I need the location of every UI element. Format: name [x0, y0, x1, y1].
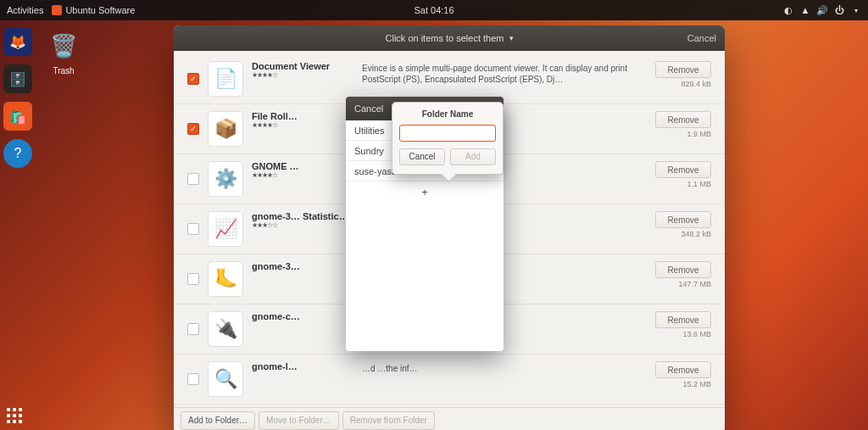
- remove-button[interactable]: Remove: [655, 261, 711, 278]
- app-rating: ★★★★☆: [252, 71, 353, 79]
- remove-button[interactable]: Remove: [655, 311, 711, 328]
- header-cancel-button[interactable]: Cancel: [687, 33, 716, 43]
- app-name: File Roll…: [252, 111, 353, 121]
- app-icon: 🦶: [208, 261, 243, 297]
- software-footer: Add to Folder… Move to Folder… Remove fr…: [174, 407, 725, 430]
- app-checkbox[interactable]: [187, 273, 199, 285]
- app-name: Document Viewer: [252, 61, 353, 71]
- chevron-down-icon[interactable]: ▾: [509, 34, 514, 42]
- popover-title: Folder Name: [399, 109, 496, 119]
- launcher-help[interactable]: ?: [3, 139, 32, 168]
- desktop-trash[interactable]: 🗑️ Trash: [38, 27, 89, 75]
- app-checkbox[interactable]: [187, 173, 199, 185]
- software-header: Click on items to select them ▾ Cancel: [174, 25, 725, 51]
- volume-icon[interactable]: 🔊: [817, 5, 827, 15]
- app-size: 348.2 kB: [681, 230, 711, 238]
- power-icon[interactable]: ⏻: [834, 5, 844, 15]
- ubuntu-software-icon: [52, 5, 62, 15]
- app-menu[interactable]: Ubuntu Software: [52, 5, 135, 15]
- popover-add-button[interactable]: Add: [450, 148, 496, 165]
- app-icon: 📈: [208, 211, 243, 247]
- launcher-software[interactable]: 🛍️: [3, 102, 32, 131]
- night-icon[interactable]: ◐: [783, 5, 793, 15]
- activities-button[interactable]: Activities: [7, 5, 43, 15]
- launcher-files[interactable]: 🗄️: [3, 64, 32, 93]
- app-description: …d …the inf…: [362, 361, 643, 374]
- app-icon: 📄: [208, 61, 243, 97]
- remove-button[interactable]: Remove: [655, 361, 711, 378]
- app-checkbox[interactable]: [187, 373, 199, 385]
- remove-button[interactable]: Remove: [655, 211, 711, 228]
- app-menu-label: Ubuntu Software: [65, 5, 135, 15]
- chevron-down-icon[interactable]: ▾: [851, 5, 861, 15]
- app-icon: 📦: [208, 111, 243, 147]
- app-name: gnome-l…: [252, 361, 353, 371]
- app-rating: ★★★★☆: [252, 121, 353, 129]
- app-icon: 🔌: [208, 311, 243, 347]
- folder-name-popover: Folder Name Cancel Add: [392, 102, 504, 175]
- launcher-firefox[interactable]: 🦊: [3, 27, 32, 56]
- app-rating: ★★★★☆: [252, 171, 353, 179]
- remove-button[interactable]: Remove: [655, 161, 711, 178]
- app-size: 147.7 MB: [678, 280, 711, 288]
- app-description: Evince is a simple multi-page document v…: [362, 61, 643, 85]
- header-title: Click on items to select them: [386, 33, 504, 43]
- remove-button[interactable]: Remove: [655, 61, 711, 78]
- app-row[interactable]: 🔍gnome-l……d …the inf…Remove15.2 MB: [174, 355, 725, 405]
- app-icon: 🔍: [208, 361, 243, 397]
- app-size: 13.6 MB: [682, 330, 711, 338]
- network-icon[interactable]: ▲: [800, 5, 810, 15]
- add-folder-button[interactable]: +: [346, 181, 504, 202]
- app-checkbox[interactable]: [187, 323, 199, 335]
- app-rating: ★★★☆☆: [252, 221, 353, 229]
- app-name: GNOME …: [252, 161, 353, 171]
- app-name: gnome-c…: [252, 311, 353, 321]
- add-to-folder-button[interactable]: Add to Folder…: [181, 411, 255, 430]
- show-applications-button[interactable]: [7, 408, 22, 423]
- launcher: 🦊 🗄️ 🛍️ ?: [0, 20, 36, 430]
- app-size: 15.2 MB: [682, 380, 711, 388]
- app-size: 1.1 MB: [687, 180, 711, 188]
- folder-picker-cancel[interactable]: Cancel: [354, 103, 383, 114]
- app-icon: ⚙️: [208, 161, 243, 197]
- folder-name-input[interactable]: [399, 125, 496, 142]
- app-size: 829.4 kB: [681, 80, 711, 88]
- app-checkbox[interactable]: ✓: [187, 123, 199, 135]
- move-to-folder-button[interactable]: Move to Folder…: [259, 411, 339, 430]
- app-name: gnome-3…: [252, 261, 353, 271]
- app-size: 1.9 MB: [687, 130, 711, 138]
- app-checkbox[interactable]: ✓: [187, 73, 199, 85]
- trash-label: Trash: [38, 66, 89, 75]
- clock[interactable]: Sat 04:16: [414, 5, 453, 15]
- app-checkbox[interactable]: [187, 223, 199, 235]
- remove-button[interactable]: Remove: [655, 111, 711, 128]
- popover-cancel-button[interactable]: Cancel: [399, 148, 445, 165]
- top-bar: Activities Ubuntu Software Sat 04:16 ◐ ▲…: [0, 0, 868, 20]
- remove-from-folder-button[interactable]: Remove from Folder: [342, 411, 435, 430]
- app-name: gnome-3… Statistic…: [252, 211, 353, 221]
- trash-icon: 🗑️: [45, 27, 82, 64]
